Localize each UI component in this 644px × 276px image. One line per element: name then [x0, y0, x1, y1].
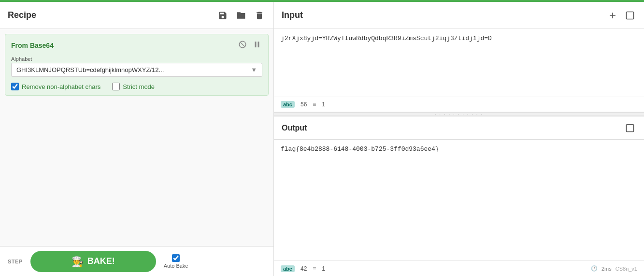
resize-divider[interactable]: · · · · · · · · · · ·: [274, 112, 644, 116]
input-lines-icon: ≡: [313, 101, 316, 108]
bake-label: BAKE!: [87, 256, 115, 266]
version-label: CS8n_v1: [615, 266, 637, 272]
checkboxes-row: Remove non-alphabet chars Strict mode: [11, 83, 262, 90]
alphabet-value: GHI3KLMNJOPQRSTUb=cdefghijklmnopWXYZ/12.…: [16, 66, 164, 73]
operation-header: From Base64: [11, 39, 262, 51]
open-recipe-button[interactable]: [235, 9, 247, 22]
operations-area: From Base64: [0, 29, 273, 246]
timing-value: 2ms: [601, 266, 612, 272]
alphabet-dropdown[interactable]: GHI3KLMNJOPQRSTUb=cdefghijklmnopWXYZ/12.…: [11, 63, 262, 77]
disable-icon: [238, 40, 247, 49]
main-layout: Recipe: [0, 2, 644, 276]
alphabet-dropdown-wrapper: Alphabet GHI3KLMNJOPQRSTUb=cdefghijklmno…: [11, 56, 262, 77]
output-line-count: 1: [322, 265, 325, 272]
strict-mode-checkbox-item[interactable]: Strict mode: [112, 83, 155, 90]
remove-nonalpha-label: Remove non-alphabet chars: [22, 83, 100, 90]
svg-rect-5: [627, 124, 634, 131]
input-status-bar: abc 56 ≡ 1: [274, 97, 644, 112]
svg-rect-3: [258, 42, 259, 47]
input-header: Input: [274, 2, 644, 29]
alphabet-label: Alphabet: [11, 56, 262, 62]
input-header-actions: [606, 9, 636, 22]
remove-nonalpha-checkbox[interactable]: [11, 83, 19, 90]
recipe-title: Recipe: [8, 10, 36, 20]
clock-icon: 🕐: [591, 265, 598, 272]
disable-operation-button[interactable]: [237, 39, 248, 51]
folder-icon: [236, 11, 246, 20]
input-title: Input: [282, 10, 303, 20]
bottom-right-info: 🕐 2ms CS8n_v1: [591, 265, 637, 272]
output-square-icon: [625, 123, 635, 133]
clear-recipe-button[interactable]: [253, 9, 266, 22]
remove-nonalpha-checkbox-item[interactable]: Remove non-alphabet chars: [11, 83, 100, 90]
save-icon: [218, 11, 228, 20]
input-square-icon: [625, 11, 635, 20]
output-content: flag{8e4b2888-6148-4003-b725-3ff0d93a6ee…: [274, 140, 644, 261]
svg-rect-2: [255, 42, 257, 47]
strict-mode-label: Strict mode: [123, 83, 155, 90]
bottom-bar: STEP 👨‍🍳 BAKE! Auto Bake: [0, 246, 273, 276]
auto-bake-label: Auto Bake: [164, 263, 188, 269]
chevron-down-icon: ▼: [251, 66, 257, 73]
input-content[interactable]: j2rXjx8yjd=YRZWyTIuwRdbyQdbqR3R9iZmsScut…: [274, 29, 644, 97]
bake-button[interactable]: 👨‍🍳 BAKE!: [30, 251, 156, 272]
operation-from-base64: From Base64: [5, 34, 269, 96]
operation-controls: [237, 39, 262, 51]
strict-mode-checkbox[interactable]: [112, 83, 120, 90]
input-section: Input j2rXjx8yjd=YRZWyTIuwRdbyQdb: [274, 2, 644, 112]
output-text: flag{8e4b2888-6148-4003-b725-3ff0d93a6ee…: [281, 145, 439, 153]
save-recipe-button[interactable]: [216, 9, 229, 22]
input-text: j2rXjx8yjd=YRZWyTIuwRdbyQdbqR3R9iZmsScut…: [281, 35, 492, 42]
output-section: Output flag{8e4b2888-6148-4003-b725-3ff0…: [274, 116, 644, 276]
pause-icon: [253, 40, 261, 49]
output-lines-icon: ≡: [313, 265, 316, 272]
pause-operation-button[interactable]: [252, 39, 262, 51]
operation-name: From Base64: [11, 42, 54, 49]
add-input-button[interactable]: [606, 9, 619, 22]
right-panel: Input j2rXjx8yjd=YRZWyTIuwRdbyQdb: [274, 2, 644, 276]
input-line-count: 1: [322, 101, 325, 108]
output-title: Output: [282, 124, 307, 132]
step-label: STEP: [8, 259, 23, 264]
auto-bake-checkbox[interactable]: [172, 254, 180, 262]
input-abc-badge: abc: [281, 101, 295, 108]
output-header: Output: [274, 116, 644, 140]
output-abc-badge: abc: [281, 265, 295, 272]
output-char-count: 42: [301, 265, 307, 272]
recipe-actions: [216, 9, 266, 22]
plus-icon: [608, 11, 617, 20]
output-options-button[interactable]: [624, 122, 636, 134]
input-options-button[interactable]: [624, 9, 636, 22]
trash-icon: [255, 11, 264, 20]
output-status-bar: abc 42 ≡ 1 🕐 2ms CS8n_v1: [274, 261, 644, 276]
svg-rect-4: [627, 12, 634, 19]
auto-bake-wrapper[interactable]: Auto Bake: [164, 254, 188, 269]
input-char-count: 56: [301, 101, 307, 108]
output-header-actions: [624, 122, 636, 134]
recipe-header: Recipe: [0, 2, 273, 29]
bake-chef-icon: 👨‍🍳: [72, 256, 84, 267]
svg-line-1: [240, 42, 245, 47]
left-panel: Recipe: [0, 2, 274, 276]
